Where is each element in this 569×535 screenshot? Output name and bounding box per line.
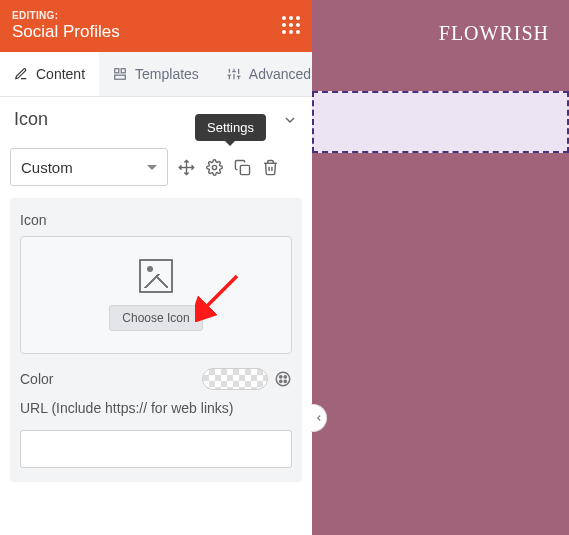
choose-icon-button[interactable]: Choose Icon <box>109 305 202 331</box>
icon-picker[interactable]: Choose Icon <box>20 236 292 354</box>
svg-point-20 <box>284 380 286 382</box>
element-tools <box>174 155 282 179</box>
svg-rect-0 <box>115 69 119 73</box>
image-placeholder-icon <box>139 259 173 293</box>
color-label: Color <box>20 371 53 387</box>
tab-bar: Content Templates Advanced <box>0 52 312 97</box>
svg-point-17 <box>280 376 282 378</box>
svg-rect-1 <box>121 69 125 73</box>
color-swatch[interactable] <box>202 368 268 390</box>
icon-type-select[interactable]: Custom <box>10 148 168 186</box>
move-icon <box>178 159 195 176</box>
copy-icon <box>234 159 251 176</box>
color-row: Color <box>20 368 292 390</box>
editor-panel: EDITING: Social Profiles Content Templat… <box>0 0 312 535</box>
tab-label: Content <box>36 66 85 82</box>
caret-down-icon <box>147 165 157 170</box>
brand-logo: FLOWRISH <box>439 22 549 45</box>
selected-element[interactable] <box>312 91 569 153</box>
template-icon <box>113 67 127 81</box>
chevron-left-icon <box>314 413 324 423</box>
trash-icon <box>262 159 279 176</box>
tab-label: Advanced <box>249 66 311 82</box>
gear-icon <box>206 159 223 176</box>
svg-point-14 <box>212 165 216 169</box>
icon-field-label: Icon <box>20 212 292 228</box>
tab-content[interactable]: Content <box>0 52 99 96</box>
color-controls <box>202 368 292 390</box>
svg-rect-2 <box>115 75 126 79</box>
settings-tooltip: Settings <box>195 114 266 141</box>
svg-point-19 <box>280 380 282 382</box>
move-button[interactable] <box>174 155 198 179</box>
svg-point-16 <box>276 372 290 386</box>
url-label: URL (Include https:// for web links) <box>20 400 292 416</box>
tab-templates[interactable]: Templates <box>99 52 213 96</box>
sliders-icon <box>227 67 241 81</box>
drag-handle-icon[interactable] <box>282 16 300 34</box>
tab-advanced[interactable]: Advanced <box>213 52 325 96</box>
svg-point-18 <box>284 376 286 378</box>
pencil-icon <box>14 67 28 81</box>
select-value: Custom <box>21 159 73 176</box>
settings-button[interactable] <box>202 155 226 179</box>
editing-title: Social Profiles <box>12 22 300 42</box>
section-title: Icon <box>14 109 48 130</box>
color-picker-icon[interactable] <box>274 370 292 388</box>
icon-type-row: Settings Custom <box>0 136 312 190</box>
icon-card: Icon Choose Icon Color URL (Include http… <box>10 198 302 482</box>
editing-label: EDITING: <box>12 10 300 21</box>
url-input[interactable] <box>20 430 292 468</box>
chevron-down-icon <box>282 112 298 128</box>
delete-button[interactable] <box>258 155 282 179</box>
tab-label: Templates <box>135 66 199 82</box>
duplicate-button[interactable] <box>230 155 254 179</box>
panel-header: EDITING: Social Profiles <box>0 0 312 52</box>
preview-canvas: FLOWRISH <box>312 0 569 535</box>
svg-rect-15 <box>240 165 249 174</box>
